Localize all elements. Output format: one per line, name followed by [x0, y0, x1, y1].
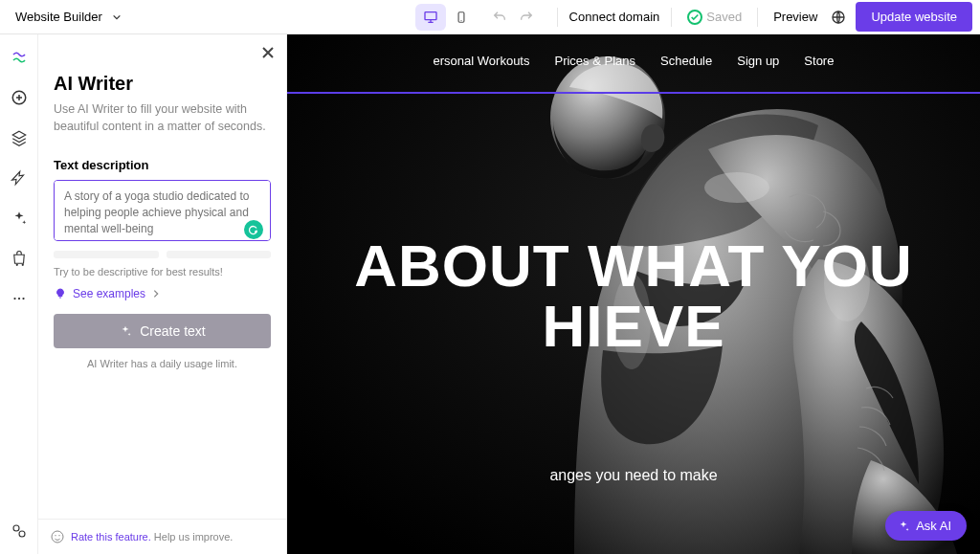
svg-point-6 — [21, 264, 23, 266]
preview-button[interactable]: Preview — [773, 10, 817, 24]
hero-subtext: anges you need to make — [549, 467, 717, 484]
theme-button[interactable] — [6, 165, 33, 191]
see-examples-label: See examples — [73, 287, 145, 300]
rate-feature-link[interactable]: Rate this feature. — [71, 531, 151, 543]
redo-button[interactable] — [513, 4, 540, 31]
connect-domain-button[interactable]: Connect domain — [569, 10, 660, 24]
site-switcher[interactable]: Website Builder — [8, 6, 129, 28]
svg-point-2 — [460, 19, 461, 20]
save-status: Saved — [687, 10, 742, 25]
update-website-button[interactable]: Update website — [856, 2, 972, 32]
add-element-button[interactable] — [6, 84, 33, 111]
svg-point-12 — [52, 531, 63, 543]
nav-item[interactable]: Store — [804, 54, 834, 68]
hero-heading-line2: HIEVE — [287, 296, 980, 356]
create-text-label: Create text — [140, 323, 205, 339]
chevron-down-icon — [112, 12, 122, 22]
undo-button[interactable] — [486, 4, 513, 31]
mobile-view-button[interactable] — [446, 4, 477, 31]
sparkle-icon — [119, 324, 132, 338]
link-button[interactable] — [6, 518, 33, 544]
nav-item[interactable]: Sign up — [737, 54, 779, 68]
language-button[interactable] — [825, 4, 852, 31]
svg-point-7 — [13, 298, 15, 299]
ai-writer-panel: AI Writer Use AI Writer to fill your web… — [38, 34, 287, 554]
svg-point-17 — [704, 172, 769, 203]
hero-heading: ABOUT WHAT YOU HIEVE — [287, 235, 980, 356]
lightbulb-icon — [54, 287, 67, 300]
preview-canvas: ersonal Workouts Prices & Plans Schedule… — [287, 34, 980, 554]
svg-point-14 — [58, 535, 59, 536]
see-examples-link[interactable]: See examples — [54, 287, 271, 300]
site-nav: ersonal Workouts Prices & Plans Schedule… — [287, 54, 980, 68]
nav-item[interactable]: Schedule — [660, 54, 712, 68]
saved-label: Saved — [706, 10, 742, 24]
rate-feature-text: Rate this feature. Help us improve. — [71, 531, 233, 543]
divider — [671, 8, 672, 27]
more-button[interactable] — [6, 285, 33, 312]
feedback-icon — [50, 529, 65, 544]
field-label: Text description — [54, 158, 271, 172]
layers-button[interactable] — [6, 124, 33, 151]
ask-ai-button[interactable]: Ask AI — [885, 511, 967, 541]
icon-rail — [0, 34, 38, 554]
chevron-right-icon — [151, 289, 161, 299]
svg-point-11 — [19, 531, 25, 537]
svg-point-8 — [17, 298, 19, 299]
ask-ai-label: Ask AI — [916, 519, 951, 533]
panel-description: Use AI Writer to fill your website with … — [54, 100, 271, 135]
logo-icon[interactable] — [6, 44, 33, 71]
device-switcher — [415, 4, 477, 31]
hero-heading-line1: ABOUT WHAT YOU — [287, 235, 980, 296]
hint-text: Try to be descriptive for best results! — [54, 266, 271, 277]
svg-point-5 — [15, 264, 17, 266]
create-text-button[interactable]: Create text — [54, 314, 271, 348]
check-circle-icon — [687, 10, 702, 25]
divider — [757, 8, 758, 27]
text-description-input[interactable] — [54, 180, 271, 241]
usage-limit-text: AI Writer has a daily usage limit. — [54, 358, 271, 369]
svg-point-13 — [55, 535, 56, 536]
nav-item[interactable]: ersonal Workouts — [434, 54, 530, 68]
desktop-view-button[interactable] — [415, 4, 446, 31]
ai-tool-button[interactable] — [6, 205, 33, 232]
sparkle-icon — [897, 520, 910, 533]
panel-footer: Rate this feature. Help us improve. — [38, 519, 286, 554]
panel-title: AI Writer — [54, 73, 271, 95]
store-button[interactable] — [6, 245, 33, 272]
top-toolbar: Website Builder Connect domain Saved Pre… — [0, 0, 980, 34]
divider — [557, 8, 558, 27]
close-panel-button[interactable] — [261, 46, 275, 59]
svg-point-10 — [13, 525, 19, 531]
svg-point-9 — [22, 298, 24, 299]
suggestion-placeholders — [54, 251, 271, 258]
svg-rect-0 — [425, 11, 436, 19]
nav-item[interactable]: Prices & Plans — [554, 54, 635, 68]
site-title: Website Builder — [15, 10, 102, 24]
